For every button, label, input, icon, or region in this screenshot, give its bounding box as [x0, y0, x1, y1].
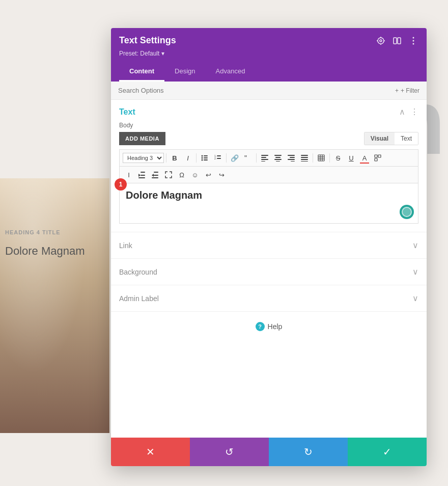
align-center-button[interactable]	[272, 152, 284, 164]
unordered-list-button[interactable]	[199, 152, 211, 164]
bold-button[interactable]: B	[169, 152, 181, 164]
save-button[interactable]: ✓	[348, 438, 427, 466]
svg-rect-20	[217, 158, 221, 159]
justify-button[interactable]	[298, 152, 311, 164]
redo-toolbar-button[interactable]: ↪	[215, 169, 228, 181]
indent-left-button[interactable]	[136, 169, 148, 181]
italic-button[interactable]: I	[182, 152, 194, 164]
strikethrough-button[interactable]: S	[332, 152, 344, 164]
background-section-header[interactable]: Background ∨	[111, 259, 427, 285]
toolbar-separator	[166, 153, 166, 163]
svg-rect-24	[261, 159, 268, 160]
ordered-list-button[interactable]: 1.2.	[212, 152, 224, 164]
bg-heading: HEADING 4 TITLE	[5, 229, 61, 235]
editor-toolbar: Heading 3 B I 1.2. 🔗 "	[119, 149, 418, 166]
svg-rect-52	[154, 175, 158, 176]
toolbar-separator-4	[256, 153, 257, 163]
collapse-icon[interactable]: ∧	[399, 107, 405, 117]
svg-point-11	[202, 155, 203, 157]
columns-icon[interactable]	[392, 36, 402, 46]
align-left-button[interactable]	[259, 152, 271, 164]
svg-rect-32	[288, 159, 295, 160]
svg-rect-33	[291, 161, 295, 161]
svg-rect-50	[154, 172, 158, 173]
svg-rect-22	[261, 155, 268, 156]
text-settings-panel: Text Settings	[111, 28, 427, 466]
panel-footer: ✕ ↺ ↻ ✓	[111, 438, 427, 466]
tab-advanced[interactable]: Advanced	[206, 62, 256, 82]
panel-preset[interactable]: Preset: Default ▾	[119, 50, 418, 57]
svg-rect-48	[141, 175, 145, 176]
svg-rect-12	[204, 155, 208, 156]
help-row: ? Help	[111, 312, 427, 341]
svg-rect-46	[141, 172, 145, 173]
section-more-icon[interactable]: ⋮	[410, 107, 418, 117]
fullscreen-button[interactable]	[162, 169, 175, 181]
help-label[interactable]: Help	[268, 322, 283, 331]
save-icon: ✓	[383, 446, 391, 458]
undo-button[interactable]: ↩	[202, 169, 214, 181]
svg-rect-43	[375, 155, 377, 157]
text-section-title: Text	[119, 107, 135, 117]
table-button[interactable]	[315, 152, 327, 164]
editor-content[interactable]: 1 Dolore Magnam	[119, 183, 418, 224]
svg-point-8	[413, 37, 414, 38]
heading-select[interactable]: Heading 3	[123, 153, 164, 163]
link-section-header[interactable]: Link ∨	[111, 232, 427, 258]
svg-rect-38	[318, 155, 324, 161]
svg-rect-29	[276, 161, 280, 161]
toolbar-separator-5	[313, 153, 313, 163]
search-input[interactable]	[118, 87, 395, 94]
admin-label-section-header[interactable]: Admin Label ∨	[111, 285, 427, 311]
outdent-button[interactable]	[149, 169, 161, 181]
more-options-icon[interactable]	[408, 36, 418, 46]
help-icon: ?	[256, 322, 265, 331]
filter-button[interactable]: + + Filter	[395, 87, 419, 94]
visual-button[interactable]: Visual	[365, 132, 395, 145]
underline-button[interactable]: U	[345, 152, 357, 164]
special-char-button[interactable]: Ω	[176, 169, 188, 181]
svg-rect-26	[274, 155, 282, 156]
svg-rect-35	[301, 157, 308, 158]
link-arrow-icon: ∨	[412, 240, 418, 250]
redo-footer-button[interactable]: ↻	[269, 438, 348, 466]
svg-text:2.: 2.	[214, 157, 216, 160]
svg-rect-49	[138, 177, 145, 178]
editor-area: ADD MEDIA Visual Text Heading 3 B I	[111, 132, 427, 232]
add-media-button[interactable]: ADD MEDIA	[119, 132, 165, 145]
undo-footer-button[interactable]: ↺	[190, 438, 269, 466]
text-button[interactable]: Text	[395, 132, 418, 145]
toolbar-separator-6	[329, 153, 330, 163]
tab-design[interactable]: Design	[164, 62, 205, 82]
text-color-button[interactable]: A	[358, 152, 371, 164]
more-toolbar-button[interactable]	[372, 152, 384, 164]
svg-marker-51	[152, 174, 154, 177]
editor-top-row: ADD MEDIA Visual Text	[119, 132, 418, 145]
body-label: Body	[111, 122, 427, 132]
panel-title: Text Settings	[119, 35, 176, 46]
header-icons	[376, 36, 418, 46]
svg-rect-27	[275, 157, 281, 158]
admin-label-arrow-icon: ∨	[412, 293, 418, 303]
admin-label-title: Admin Label	[119, 294, 159, 303]
svg-point-0	[378, 38, 384, 44]
svg-rect-6	[394, 38, 397, 44]
indent-button[interactable]: I	[123, 169, 135, 181]
link-button[interactable]: 🔗	[229, 152, 241, 164]
align-right-button[interactable]	[285, 152, 297, 164]
svg-rect-28	[274, 159, 282, 160]
step-badge: 1	[115, 178, 127, 191]
panel-header-top: Text Settings	[119, 35, 418, 46]
svg-point-9	[413, 40, 414, 41]
emoji-button[interactable]: ☺	[189, 169, 201, 181]
link-title: Link	[119, 241, 132, 250]
tab-content[interactable]: Content	[119, 62, 164, 82]
panel-body: Text ∧ ⋮ Body ADD MEDIA Visual Text	[111, 100, 427, 438]
background-title: Background	[119, 268, 157, 276]
cancel-button[interactable]: ✕	[111, 438, 190, 466]
svg-rect-30	[288, 155, 295, 156]
filter-icon: +	[395, 87, 399, 94]
svg-point-15	[202, 159, 203, 161]
target-icon[interactable]	[376, 36, 386, 46]
blockquote-button[interactable]: "	[242, 152, 254, 164]
